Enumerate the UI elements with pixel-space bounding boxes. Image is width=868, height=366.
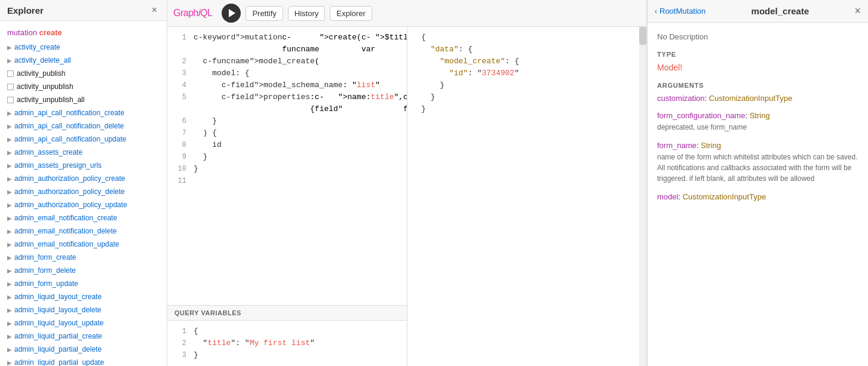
line-content: "title": "My first list" (194, 337, 315, 349)
line-content: c-funcname">model_create (194, 56, 315, 67)
doc-arg-colon: : (704, 94, 708, 103)
explorer-list-item[interactable]: ▶admin_authorization_policy_update (0, 198, 167, 211)
explorer-header: Explorer × (0, 0, 167, 21)
query-variables-header[interactable]: QUERY VARIABLES (167, 306, 407, 321)
explorer-toggle-button[interactable]: Explorer (330, 6, 372, 21)
doc-arg-desc: deprecated, use form_name (657, 122, 858, 133)
doc-description: No Description (657, 32, 858, 41)
explorer-list-item[interactable]: ▶admin_liquid_partial_delete (0, 343, 167, 356)
explorer-list-item[interactable]: ▶admin_authorization_policy_delete (0, 185, 167, 198)
doc-arg-signature[interactable]: model: CustomizationInputType (657, 192, 858, 201)
line-content: } (412, 103, 426, 115)
doc-arg-signature[interactable]: customization: CustomizationInputType (657, 94, 858, 103)
query-variables-section: QUERY VARIABLES 1{2 "title": "My first l… (167, 305, 407, 366)
explorer-list-item[interactable]: ▶admin_form_delete (0, 264, 167, 277)
result-code-line: } (407, 103, 647, 115)
explorer-list-item[interactable]: ▶admin_liquid_layout_create (0, 290, 167, 303)
item-checkbox[interactable] (7, 84, 14, 90)
history-button[interactable]: History (288, 6, 325, 21)
line-content: "model_create": { (412, 56, 519, 67)
doc-arg-name: model (657, 192, 678, 201)
explorer-list-item[interactable]: ▶admin_form_update (0, 277, 167, 290)
expand-arrow-icon: ▶ (7, 358, 12, 367)
doc-type-value[interactable]: Model! (657, 63, 858, 72)
doc-argument: model: CustomizationInputType (657, 192, 858, 201)
query-variables-body[interactable]: 1{2 "title": "My first list"3} (167, 321, 407, 366)
line-number: 10 (172, 163, 186, 175)
doc-arg-type: String (750, 111, 770, 120)
doc-back-button[interactable]: ‹ RootMutation (655, 7, 706, 16)
doc-type-section-title: TYPE (657, 51, 858, 58)
explorer-list-item[interactable]: ▶admin_liquid_layout_update (0, 316, 167, 330)
explorer-list-item[interactable]: activity_unpublish (0, 80, 167, 93)
query-editor[interactable]: 1c-keyword">mutation c-funcname">create(… (167, 27, 407, 305)
explorer-list-item[interactable]: ▶admin_form_create (0, 251, 167, 264)
result-code-line: "model_create": { (407, 56, 647, 67)
variables-code-line: 3} (167, 349, 407, 361)
doc-arg-name: customization (657, 94, 704, 103)
explorer-close-button[interactable]: × (149, 5, 160, 16)
explorer-list-item[interactable]: ▶admin_api_call_notification_update (0, 133, 167, 146)
explorer-title: Explorer (7, 5, 44, 16)
explorer-list-item[interactable]: activity_publish (0, 67, 167, 80)
query-code-line: 7 ) { (167, 127, 407, 139)
line-number: 3 (172, 349, 186, 361)
doc-back-label: RootMutation (660, 7, 706, 16)
expand-arrow-icon: ▶ (7, 293, 12, 302)
expand-arrow-icon: ▶ (7, 227, 12, 236)
expand-arrow-icon: ▶ (7, 201, 12, 210)
qv-lines-container: 1{2 "title": "My first list"3} (167, 325, 407, 361)
explorer-list-item[interactable]: ▶admin_email_notification_delete (0, 224, 167, 238)
expand-arrow-icon: ▶ (7, 345, 12, 354)
explorer-list-item[interactable]: ▶admin_assets_create (0, 146, 167, 159)
explorer-list-item[interactable]: ▶activity_create (0, 41, 167, 54)
line-number: 5 (172, 91, 186, 103)
result-pane: { "data": { "model_create": { "id": "373… (407, 27, 647, 366)
doc-arg-signature[interactable]: form_name: String (657, 141, 858, 150)
middle-panel: GraphiQL Prettify History Explorer 1c-ke… (167, 0, 647, 366)
doc-current-title: model_create (752, 6, 809, 16)
doc-arg-signature[interactable]: form_configuration_name: String (657, 111, 858, 120)
variables-code-line: 1{ (167, 325, 407, 337)
doc-arg-type: String (701, 141, 721, 150)
prettify-button[interactable]: Prettify (246, 6, 283, 21)
expand-arrow-icon: ▶ (7, 187, 12, 196)
item-checkbox[interactable] (7, 97, 14, 103)
explorer-list-item[interactable]: ▶admin_assets_presign_urls (0, 159, 167, 172)
query-pane: 1c-keyword">mutation c-funcname">create(… (167, 27, 407, 366)
mutation-name: create (39, 28, 62, 37)
doc-header: ‹ RootMutation model_create × (648, 0, 868, 23)
doc-arg-desc: name of the form which whitelist attribu… (657, 152, 858, 184)
variables-code-line: 2 "title": "My first list" (167, 337, 407, 349)
doc-close-button[interactable]: × (854, 5, 861, 17)
line-number: 2 (172, 56, 186, 67)
line-number: 8 (172, 139, 186, 151)
expand-arrow-icon: ▶ (7, 306, 12, 315)
doc-body: No Description TYPE Model! ARGUMENTS cus… (648, 23, 868, 366)
explorer-list-item[interactable]: ▶admin_liquid_layout_delete (0, 303, 167, 316)
explorer-list-item[interactable]: ▶admin_api_call_notification_delete (0, 119, 167, 133)
back-chevron-icon: ‹ (655, 7, 657, 16)
explorer-list-item[interactable]: ▶admin_liquid_partial_create (0, 330, 167, 343)
explorer-list-item[interactable]: ▶admin_email_notification_update (0, 238, 167, 251)
run-button[interactable] (222, 4, 241, 23)
line-content: } (412, 79, 445, 91)
line-number: 4 (172, 79, 186, 91)
explorer-list-item[interactable]: ▶admin_authorization_policy_create (0, 172, 167, 185)
explorer-list-item[interactable]: activity_unpublish_all (0, 93, 167, 106)
explorer-list-item[interactable]: ▶activity_delete_all (0, 54, 167, 67)
line-number: 9 (172, 151, 186, 163)
code-area: 1c-keyword">mutation c-funcname">create(… (167, 27, 646, 366)
line-number: 1 (172, 325, 186, 337)
result-scroll-thumb (639, 27, 646, 45)
doc-arg-colon: : (745, 111, 749, 120)
expand-arrow-icon: ▶ (7, 214, 12, 223)
explorer-list-item[interactable]: ▶admin_liquid_partial_update (0, 356, 167, 366)
explorer-list-item[interactable]: ▶admin_api_call_notification_create (0, 106, 167, 119)
explorer-items-container: ▶activity_create▶activity_delete_allacti… (0, 41, 167, 366)
line-content: } (194, 163, 198, 175)
item-checkbox[interactable] (7, 70, 14, 77)
result-scrollbar[interactable] (639, 27, 646, 366)
explorer-list-item[interactable]: ▶admin_email_notification_create (0, 211, 167, 224)
query-code-line: 8 id (167, 139, 407, 151)
